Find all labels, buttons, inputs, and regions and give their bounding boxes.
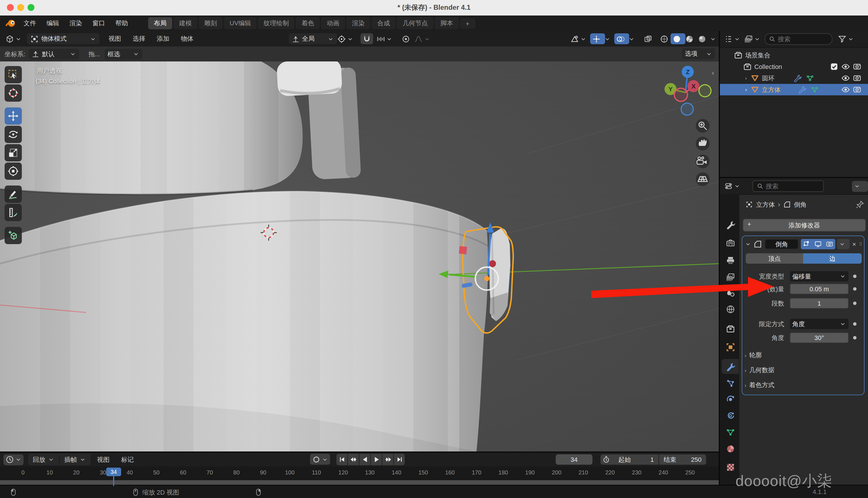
timeline-menu-视图[interactable]: 视图 (91, 455, 116, 464)
properties-tab-output[interactable] (722, 253, 739, 268)
properties-tab-tool[interactable] (722, 217, 739, 232)
timeline-menu-回放[interactable]: 回放 (28, 455, 60, 464)
workspace-tab-+[interactable]: + (460, 18, 475, 28)
tool-cursor[interactable] (4, 84, 22, 102)
zoom-button[interactable] (696, 119, 709, 133)
decorator-dot[interactable] (853, 302, 856, 305)
workspace-tab-建模[interactable]: 建模 (173, 17, 198, 29)
expand-icon[interactable]: › (745, 75, 747, 81)
camera-icon[interactable] (853, 85, 862, 94)
menu-文件[interactable]: 文件 (18, 19, 41, 28)
properties-tab-object[interactable] (722, 339, 739, 354)
bevel-tab-edges[interactable]: 边 (803, 253, 862, 264)
show-object-types-button[interactable] (568, 33, 588, 44)
jump-end-button[interactable] (394, 454, 405, 465)
expand-icon[interactable]: › (745, 87, 747, 92)
sidebar-collapse-icon[interactable]: ‹ (712, 69, 714, 77)
modifier-extras-button[interactable] (837, 239, 850, 249)
workspace-tab-合成[interactable]: 合成 (372, 17, 396, 29)
workspace-tab-着色[interactable]: 着色 (296, 17, 320, 29)
properties-tab-constraints[interactable] (722, 408, 739, 423)
viewport-menu-添加[interactable]: 添加 (151, 35, 175, 43)
zoom-window-button[interactable] (28, 4, 35, 11)
field-slider[interactable]: 30° (790, 332, 849, 343)
frame-end-field[interactable]: 结束250 (659, 454, 706, 465)
pin-icon[interactable] (855, 200, 865, 209)
tool-scale[interactable] (4, 144, 22, 161)
drag-mode-dropdown[interactable]: 框选 (105, 49, 143, 60)
workspace-tab-布局[interactable]: 布局 (148, 17, 172, 29)
toggle-realtime-display[interactable] (813, 239, 824, 249)
checkbox-icon[interactable] (829, 62, 839, 71)
current-frame-field[interactable]: 34 (556, 454, 593, 465)
properties-tab-physics[interactable] (722, 392, 739, 407)
properties-editor-type-button[interactable] (722, 181, 742, 192)
snap-toggle[interactable] (361, 33, 373, 44)
toggle-edit-mode-display[interactable] (801, 239, 813, 249)
decorator-dot[interactable] (853, 322, 856, 326)
breadcrumb-object[interactable]: 立方体 (756, 200, 775, 209)
tool-add-cube[interactable] (4, 227, 22, 244)
tool-measure[interactable] (4, 204, 22, 221)
collapse-icon[interactable] (745, 241, 751, 248)
snap-settings-button[interactable] (374, 33, 394, 44)
properties-tab-data[interactable] (722, 424, 739, 440)
properties-tab-world[interactable] (722, 302, 739, 316)
field-dropdown[interactable]: 偏移量 (790, 271, 849, 281)
remove-modifier-button[interactable]: × (852, 241, 856, 248)
tool-move[interactable] (4, 107, 22, 124)
section-着色方式[interactable]: ›着色方式 (745, 381, 774, 390)
gizmo-dropdown[interactable] (602, 33, 613, 44)
minimize-window-button[interactable] (17, 4, 24, 11)
workspace-tab-动画[interactable]: 动画 (321, 17, 345, 29)
breadcrumb-modifier[interactable]: 倒角 (794, 200, 806, 209)
mode-dropdown[interactable]: 物体模式 (27, 33, 99, 44)
decorator-dot[interactable] (853, 287, 856, 291)
orientation-dropdown[interactable]: 全局 (289, 33, 337, 44)
outliner-display-mode-button[interactable] (742, 34, 762, 44)
workspace-tab-渲染[interactable]: 渲染 (347, 17, 370, 29)
camera-icon[interactable] (853, 62, 862, 71)
properties-options-button[interactable] (852, 181, 868, 192)
prev-keyframe-button[interactable] (348, 454, 359, 465)
close-window-button[interactable] (7, 4, 14, 11)
workspace-tab-脚本[interactable]: 脚本 (435, 17, 459, 29)
drag-handle-icon[interactable]: ⠿ (859, 241, 863, 247)
menu-帮助[interactable]: 帮助 (110, 19, 133, 28)
outliner-search-input[interactable]: 搜索 (765, 33, 832, 45)
viewport-canvas[interactable]: Z X Y ‹ 用户透视 (34) Collection | 立方体 (0, 62, 719, 451)
viewport-menu-物体[interactable]: 物体 (175, 35, 199, 43)
timeline-menu-标记[interactable]: 标记 (116, 455, 139, 464)
section-轮廓[interactable]: ›轮廓 (745, 351, 762, 359)
proportional-editing-toggle[interactable] (399, 33, 412, 44)
properties-tab-particles[interactable] (722, 376, 739, 391)
xray-toggle[interactable] (642, 33, 654, 44)
decorator-dot[interactable] (853, 336, 856, 339)
tool-orientation-dropdown[interactable]: 默认 (29, 49, 79, 60)
play-button[interactable] (371, 454, 382, 465)
field-dropdown[interactable]: 角度 (790, 319, 849, 329)
field-slider[interactable]: 0.05 m (790, 284, 849, 294)
menu-编辑[interactable]: 编辑 (41, 19, 64, 28)
jump-start-button[interactable] (336, 454, 347, 465)
playhead[interactable]: 34 (106, 468, 121, 486)
menu-渲染[interactable]: 渲染 (64, 19, 87, 28)
eye-icon[interactable] (841, 62, 850, 71)
menu-窗口[interactable]: 窗口 (87, 19, 110, 28)
properties-search-input[interactable]: 搜索 (752, 180, 824, 192)
blender-logo-icon[interactable] (4, 17, 16, 29)
modifier-name-field[interactable]: 倒角 (765, 239, 798, 249)
snap-target-button[interactable] (335, 33, 355, 44)
next-keyframe-button[interactable] (382, 454, 393, 465)
section-几何数据[interactable]: ›几何数据 (745, 366, 774, 375)
outliner-row-cube-selected[interactable]: › 立方体 (720, 84, 868, 95)
properties-tab-scene[interactable] (722, 286, 739, 300)
outliner-row-collection[interactable]: Collection (720, 61, 868, 73)
shading-dropdown[interactable] (708, 33, 719, 44)
workspace-tab-纹理绘制[interactable]: 纹理绘制 (258, 17, 295, 29)
auto-keying-toggle[interactable] (310, 454, 330, 465)
properties-tab-render[interactable] (722, 236, 739, 250)
properties-tab-view-layer[interactable] (722, 270, 739, 284)
timeline-menu-插帧[interactable]: 插帧 (60, 455, 91, 464)
toggle-render-display[interactable] (824, 239, 836, 249)
